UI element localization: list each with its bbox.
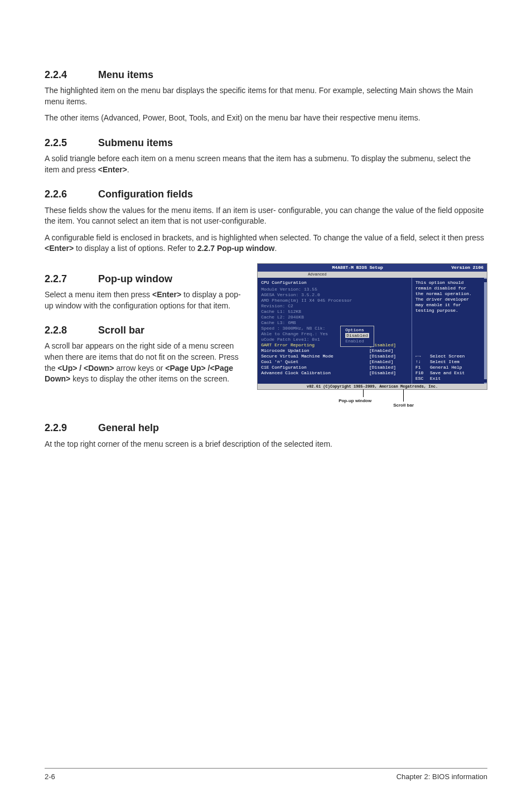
bios-setting-row: Cool 'n' Quiet [Enabled] xyxy=(261,359,408,365)
bios-setting-row: Advanced Clock Calibration [Disabled] xyxy=(261,370,408,376)
callout-line xyxy=(363,389,364,397)
bios-version: Version 2106 xyxy=(451,265,483,270)
key-glyph: F10 xyxy=(415,370,427,376)
bios-copyright: v02.61 (C)Copyright 1985-2009, American … xyxy=(258,384,487,390)
bios-help-line: testing purpose. xyxy=(415,308,483,313)
key-ref: <Enter> xyxy=(152,290,181,299)
bios-setting-value: [Disabled] xyxy=(369,354,408,359)
secnum: 2.2.4 xyxy=(45,68,98,82)
bios-key-legend: ←→Select Screen ↑↓Select Item F1General … xyxy=(415,354,483,381)
bios-info-line: Speed : 3000MHz, NB Clk: xyxy=(261,326,408,331)
bios-setting-value: [Enabled] xyxy=(369,348,408,354)
section-heading-226: 2.2.6Configuration fields xyxy=(45,187,487,201)
section-heading-225: 2.2.5Submenu items xyxy=(45,136,487,150)
bios-key-row: ↑↓Select Item xyxy=(415,359,483,365)
bios-setting-row: Secure Virtual Machine Mode [Disabled] xyxy=(261,354,408,359)
key-ref: <Up> / <Down> xyxy=(57,364,114,373)
bios-popup-title: Options xyxy=(345,327,369,333)
bios-key-label: Select Screen xyxy=(430,354,465,359)
bios-popup-option: Enabled xyxy=(345,339,369,344)
callout-label-popup: Pop-up window xyxy=(338,398,371,404)
xref: 2.2.7 Pop-up window xyxy=(197,244,274,253)
page-footer: 2-6 Chapter 2: BIOS information xyxy=(45,768,487,782)
bios-setting-label: Advanced Clock Calibration xyxy=(261,370,369,376)
key-glyph: F1 xyxy=(415,365,427,370)
section-heading-227: 2.2.7Pop-up window xyxy=(45,272,243,286)
bios-help-line: remain disabled for xyxy=(415,286,483,291)
bios-info-line: AMD Phenom(tm) II X4 945 Processor xyxy=(261,298,408,303)
figure-callouts: Pop-up window Scroll bar xyxy=(257,390,487,409)
secnum: 2.2.8 xyxy=(45,323,98,337)
bios-help-line: The driver developer xyxy=(415,297,483,302)
bios-key-label: Exit xyxy=(430,376,441,381)
bios-setting-label: Cool 'n' Quiet xyxy=(261,359,369,365)
bios-help-panel: This option should remain disabled for t… xyxy=(412,278,487,384)
bios-info-line: Cache L2: 2048KB xyxy=(261,315,408,320)
bios-key-row: F1General Help xyxy=(415,365,483,370)
bios-info-line: Module Version: 13.55 xyxy=(261,287,408,292)
chapter-label: Chapter 2: BIOS information xyxy=(396,772,487,782)
bios-key-label: Select Item xyxy=(430,359,460,365)
body-text: The other items (Advanced, Power, Boot, … xyxy=(45,113,487,124)
sectitle: Menu items xyxy=(98,69,153,80)
bios-setting-value: [Disabled] xyxy=(369,365,408,370)
body-text: The highlighted item on the menu bar dis… xyxy=(45,85,487,107)
sectitle: Pop-up window xyxy=(98,273,172,284)
bios-popup: Options Disabled Enabled xyxy=(340,326,374,347)
key-ref: <Enter> xyxy=(98,165,127,174)
bios-help-line: may enable it for xyxy=(415,302,483,308)
bios-help-text: This option should remain disabled for t… xyxy=(415,280,483,313)
text: arrow keys or xyxy=(114,364,166,373)
bios-setting-label: Secure Virtual Machine Mode xyxy=(261,354,369,359)
callout-line xyxy=(403,389,404,402)
bios-popup-selected: Disabled xyxy=(345,333,369,338)
sectitle: Submenu items xyxy=(98,137,173,148)
section-heading-229: 2.2.9General help xyxy=(45,421,487,435)
bios-info-line: Cache L3: 6MB xyxy=(261,320,408,326)
key-ref: <Enter> xyxy=(45,244,74,253)
bios-info-line: uCode Patch Level: 0x1 xyxy=(261,337,408,342)
bios-titlebar: M4A88T-M BIOS Setup Version 2106 xyxy=(258,264,487,272)
bios-info-line: Revision: C2 xyxy=(261,303,408,309)
bios-key-row: F10Save and Exit xyxy=(415,370,483,376)
bios-help-line: the normal operation. xyxy=(415,291,483,297)
callout-label-scroll: Scroll bar xyxy=(393,402,414,408)
text: A configurable field is enclosed in brac… xyxy=(45,233,484,242)
bios-setting-label: Microcode Updation xyxy=(261,348,369,354)
bios-help-line: This option should xyxy=(415,280,483,286)
bios-screenshot: M4A88T-M BIOS Setup Version 2106 Advance… xyxy=(257,263,487,390)
text: . xyxy=(274,244,277,253)
body-text: A solid triangle before each item on a m… xyxy=(45,153,487,175)
bios-info-line: AGESA Version: 3.5.2.0 xyxy=(261,292,408,298)
section-heading-228: 2.2.8Scroll bar xyxy=(45,323,243,337)
text: . xyxy=(127,165,129,174)
bios-body: CPU Configuration Module Version: 13.55 … xyxy=(258,278,487,384)
bios-panel-heading: CPU Configuration xyxy=(261,280,408,286)
secnum: 2.2.5 xyxy=(45,136,98,150)
bios-key-label: Save and Exit xyxy=(430,370,465,376)
bios-setting-row: Microcode Updation [Enabled] xyxy=(261,348,408,354)
body-text: These fields show the values for the men… xyxy=(45,205,487,227)
bios-key-row: ESCExit xyxy=(415,376,483,381)
bios-setting-value: [Disabled] xyxy=(369,342,408,348)
bios-scrollbar xyxy=(484,278,487,384)
sectitle: General help xyxy=(98,422,159,433)
bios-key-label: General Help xyxy=(430,365,462,370)
bios-setting-row: C1E Configuration [Disabled] xyxy=(261,365,408,370)
sectitle: Scroll bar xyxy=(98,325,144,336)
bios-info-line: Able to Change Freq.: Yes xyxy=(261,331,408,337)
secnum: 2.2.7 xyxy=(45,272,98,286)
secnum: 2.2.9 xyxy=(45,421,98,435)
body-text: At the top right corner of the menu scre… xyxy=(45,439,487,450)
secnum: 2.2.6 xyxy=(45,187,98,201)
key-glyph: ESC xyxy=(415,376,427,381)
bios-info-line: Cache L1: 512KB xyxy=(261,309,408,315)
bios-title-text: M4A88T-M BIOS Setup xyxy=(264,265,451,270)
bios-menubar: Advanced xyxy=(258,272,487,278)
arrow-ud-icon: ↑↓ xyxy=(415,359,427,365)
sectitle: Configuration fields xyxy=(98,189,193,200)
bios-key-row: ←→Select Screen xyxy=(415,354,483,359)
section-heading-224: 2.2.4Menu items xyxy=(45,68,487,82)
arrow-lr-icon: ←→ xyxy=(415,354,427,359)
bios-setting-row: GART Error Reporting [Disabled] xyxy=(261,342,408,348)
